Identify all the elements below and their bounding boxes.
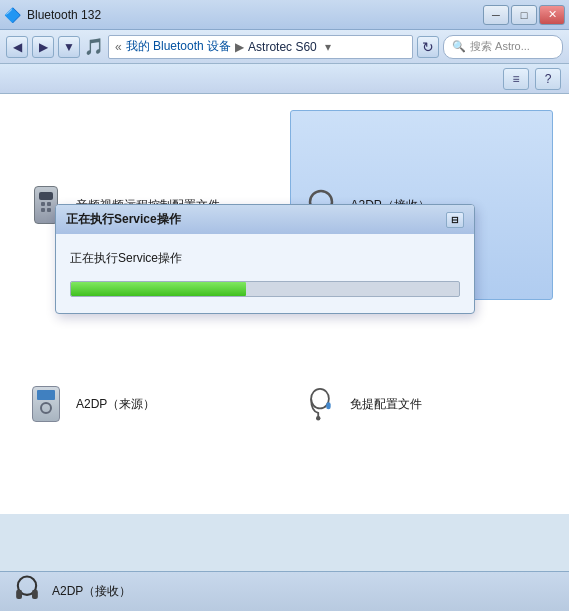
progress-dialog-title-bar: 正在执行Service操作 ⊟ (56, 205, 474, 234)
progress-bar-track (70, 281, 460, 297)
device-label-hands-free: 免提配置文件 (350, 396, 422, 413)
progress-dialog: 正在执行Service操作 ⊟ 正在执行Service操作 (55, 204, 475, 314)
device-icon-bt-headset (300, 384, 340, 424)
dialog-restore-button[interactable]: ⊟ (446, 212, 464, 228)
back-button[interactable]: ◀ (6, 36, 28, 58)
svg-point-4 (316, 416, 320, 420)
breadcrumb-icon: 🎵 (84, 37, 104, 56)
app-icon: 🔷 (4, 7, 21, 23)
window-controls: ─ □ ✕ (483, 5, 565, 25)
device-a2dp-source[interactable]: A2DP（来源） (16, 310, 280, 498)
status-icon-headphones (12, 574, 42, 610)
breadcrumb-arrow: ▶ (235, 40, 244, 54)
minimize-button[interactable]: ─ (483, 5, 509, 25)
svg-rect-5 (326, 402, 330, 409)
forward-button[interactable]: ▶ (32, 36, 54, 58)
breadcrumb[interactable]: « 我的 Bluetooth 设备 ▶ Astrotec S60 ▾ (108, 35, 413, 59)
search-placeholder: 搜索 Astro... (470, 39, 530, 54)
breadcrumb-root[interactable]: 我的 Bluetooth 设备 (126, 38, 231, 55)
address-bar: ◀ ▶ ▼ 🎵 « 我的 Bluetooth 设备 ▶ Astrotec S60… (0, 30, 569, 64)
search-box[interactable]: 🔍 搜索 Astro... (443, 35, 563, 59)
progress-bar-fill (71, 282, 246, 296)
content-area: 音频视频远程控制配置文件 A2DP（接收） A2DP（来源） (0, 94, 569, 514)
restore-button[interactable]: □ (511, 5, 537, 25)
status-bar: A2DP（接收） (0, 571, 569, 611)
progress-dialog-body-text: 正在执行Service操作 (70, 250, 460, 267)
progress-dialog-title-text: 正在执行Service操作 (66, 211, 181, 228)
breadcrumb-separator1: « (115, 40, 122, 54)
breadcrumb-child: Astrotec S60 (248, 40, 317, 54)
svg-rect-7 (16, 589, 22, 598)
device-icon-mp3 (26, 384, 66, 424)
search-icon: 🔍 (452, 40, 466, 53)
dropdown-button[interactable]: ▼ (58, 36, 80, 58)
device-label-a2dp-source: A2DP（来源） (76, 396, 155, 413)
progress-dialog-body: 正在执行Service操作 (56, 234, 474, 313)
view-button[interactable]: ≡ (503, 68, 529, 90)
help-button[interactable]: ? (535, 68, 561, 90)
close-button[interactable]: ✕ (539, 5, 565, 25)
refresh-button[interactable]: ↻ (417, 36, 439, 58)
svg-rect-8 (32, 589, 38, 598)
title-bar: 🔷 Bluetooth 132 ─ □ ✕ (0, 0, 569, 30)
status-label: A2DP（接收） (52, 583, 131, 600)
breadcrumb-dropdown[interactable]: ▾ (325, 40, 331, 54)
window-title: Bluetooth 132 (27, 8, 101, 22)
toolbar: ≡ ? (0, 64, 569, 94)
title-bar-left: 🔷 Bluetooth 132 (4, 7, 101, 23)
device-hands-free[interactable]: 免提配置文件 (290, 310, 554, 498)
